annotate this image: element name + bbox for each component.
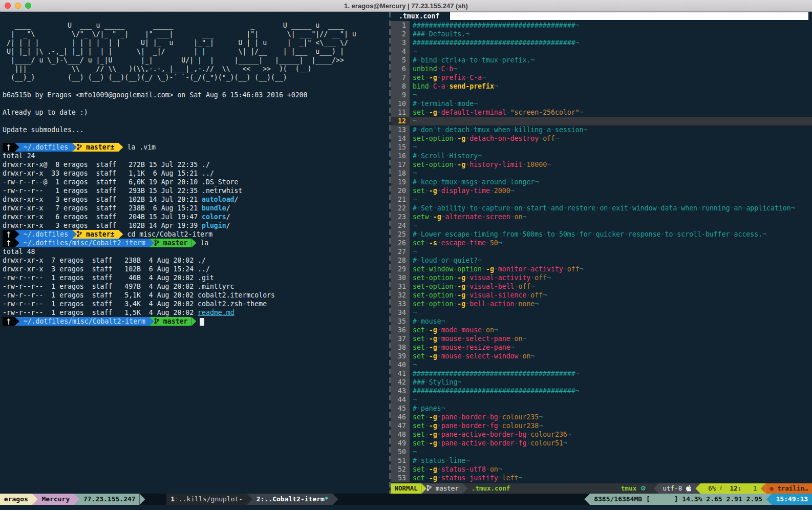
vim-line-12: 12¬ bbox=[391, 117, 812, 125]
space-dot: · bbox=[417, 178, 421, 186]
powerline-arrow bbox=[15, 230, 19, 239]
text-segment: colour236 bbox=[530, 431, 567, 438]
vim-text: ########################################… bbox=[410, 38, 580, 47]
text-segment: ¬ bbox=[482, 74, 486, 81]
text-segment: ¬ bbox=[498, 239, 502, 247]
text-segment: set-option· bbox=[413, 300, 457, 308]
tmuxbar-spacer bbox=[338, 494, 585, 505]
prompt-marker: † bbox=[3, 230, 15, 239]
vim-text: ¬ bbox=[410, 143, 417, 152]
text-segment: mouse-resize-pane bbox=[441, 344, 510, 351]
vim-line-45: 45#·panes¬ bbox=[391, 404, 812, 413]
statusline-percent: 6% bbox=[700, 483, 720, 494]
space-dot: · bbox=[478, 56, 482, 64]
text-segment bbox=[646, 483, 654, 494]
text-segment: mouse-select-pane· bbox=[441, 335, 515, 343]
line-number: 14 bbox=[391, 134, 410, 143]
line-number: 39 bbox=[391, 352, 410, 360]
vim-text: set·-g·pane-active-border-fg·colour51¬ bbox=[410, 439, 567, 448]
vim-line-6: 6unbind·C-b¬ bbox=[391, 65, 812, 73]
vim-pane[interactable]: .tmux.conf 1############################… bbox=[391, 12, 812, 494]
zoom-button[interactable] bbox=[25, 3, 31, 9]
text-segment: none bbox=[519, 300, 535, 308]
space-dot: · bbox=[425, 239, 429, 247]
text-segment: ¬ bbox=[547, 161, 551, 168]
window-1[interactable]: : bbox=[175, 494, 179, 505]
ascii-banner-line: | _"\ \/"_ \/|_ " _| |" ___| ___ |"| \| … bbox=[3, 30, 389, 38]
text-segment: drwxr-xr-x 3 eragos staff 102B 14 Jul 20… bbox=[3, 196, 202, 203]
powerline-arrow bbox=[119, 143, 123, 152]
apple-icon bbox=[686, 483, 692, 494]
vim-line-47: 47set·-g·pane-border-fg·colour238¬ bbox=[391, 421, 812, 430]
space-dot: · bbox=[425, 326, 429, 334]
shell-pane[interactable]: ____ U ___ u _____ _____ _ U _____ u ___… bbox=[0, 12, 389, 494]
space-dot: · bbox=[417, 405, 421, 412]
line-number: 28 bbox=[391, 256, 410, 265]
powerline-arrow bbox=[72, 143, 77, 152]
text-segment: ¬ bbox=[791, 204, 795, 212]
ls-total: total 48 bbox=[3, 247, 389, 256]
vim-text: #·Lower·escape·timing·from·500ms·to·50ms… bbox=[410, 230, 766, 239]
ls-total: total 24 bbox=[3, 152, 389, 160]
text-segment: -g· bbox=[457, 283, 469, 290]
window-1[interactable]: 1 bbox=[166, 494, 175, 505]
ascii-banner-line: |||_ \\ _// \\_ )(\\,-.-,_|___|_,-.// \\… bbox=[3, 65, 389, 73]
vim-line-49: 49set·-g·pane-active-border-fg·colour51¬ bbox=[391, 439, 812, 448]
vim-text: set·-g·display-time·2000¬ bbox=[410, 186, 515, 195]
text-segment: ¬ bbox=[494, 82, 498, 90]
vim-line-18: 18¬ bbox=[391, 169, 812, 178]
prompt-path: ~/.dotfiles bbox=[19, 143, 72, 152]
ls-row: drwxr-xr-x@ 8 eragos staff 272B 15 Jul 2… bbox=[3, 160, 389, 169]
vim-text: #·panes¬ bbox=[410, 404, 445, 413]
space-dot: · bbox=[425, 413, 429, 421]
line-number: 38 bbox=[391, 343, 410, 352]
space-dot: · bbox=[417, 317, 421, 325]
line-number: 26 bbox=[391, 239, 410, 247]
vim-buffer[interactable]: 1#######################################… bbox=[391, 21, 812, 494]
vim-text: set-option·-g·history-limit·10000¬ bbox=[410, 160, 551, 169]
text-segment: set· bbox=[413, 431, 429, 438]
prompt-branch: master bbox=[159, 239, 192, 247]
vim-line-41: 41######################################… bbox=[391, 369, 812, 378]
text-segment: |||_ \\ _// \\_ )(\\,-.-,_|___|_,-.// \\… bbox=[3, 65, 311, 73]
text-segment: default-terminal· bbox=[441, 109, 510, 116]
git-branch-icon bbox=[426, 483, 432, 494]
vim-line-3: 3#######################################… bbox=[391, 38, 812, 47]
powerline-arrow bbox=[15, 239, 19, 247]
ls-row: drwxr-xr-x 33 eragos staff 1,1K 6 Aug 15… bbox=[3, 169, 389, 178]
vim-text: set·-g·mode-mouse·on¬ bbox=[410, 326, 498, 334]
space-dot: · bbox=[628, 204, 632, 212]
space-dot: · bbox=[465, 56, 469, 64]
minimize-button[interactable] bbox=[15, 3, 21, 9]
text-segment: #·don't·detach·tmux·when·killing·a·sessi… bbox=[413, 126, 584, 134]
window-1-name[interactable]: ..kills/gnuplot- bbox=[179, 494, 247, 505]
space-dot: · bbox=[433, 204, 437, 212]
space-dot: · bbox=[486, 239, 490, 247]
space-dot: · bbox=[510, 335, 515, 343]
vim-line-28: 28#·loud·or·quiet?¬ bbox=[391, 256, 812, 265]
line-number: 25 bbox=[391, 230, 410, 239]
text-segment: ######################################## bbox=[413, 22, 575, 29]
prompt-line: † ~/.dotfiles/misc/Cobalt2-iterm master bbox=[3, 317, 389, 326]
window-2-active[interactable]: 2:..Cobalt2-iterm bbox=[252, 494, 325, 505]
space-dot: · bbox=[425, 30, 429, 38]
line-number: 52 bbox=[391, 465, 410, 474]
vim-text: set-option·-g·visual-silence·off¬ bbox=[410, 291, 547, 300]
space-dot: · bbox=[657, 204, 661, 212]
powerline-arrow bbox=[139, 494, 145, 505]
text-segment: ¬ bbox=[413, 196, 417, 203]
text-segment: set· bbox=[413, 422, 429, 430]
text-segment: on bbox=[486, 326, 494, 334]
space-dot: · bbox=[510, 126, 515, 134]
vim-tab[interactable]: .tmux.conf bbox=[391, 12, 448, 21]
close-button[interactable] bbox=[5, 3, 11, 9]
powerline-arrow bbox=[15, 317, 19, 326]
text-segment: status-utf8· bbox=[441, 465, 490, 473]
prompt-marker: † bbox=[3, 317, 15, 326]
vim-line-1: 1#######################################… bbox=[391, 21, 812, 30]
space-dot: · bbox=[482, 265, 486, 273]
space-dot: · bbox=[445, 82, 450, 90]
readme-link[interactable]: readme.md bbox=[198, 309, 234, 316]
vim-text: set·-g·pane-border-bg·colour235¬ bbox=[410, 413, 543, 421]
powerline-arrow bbox=[32, 494, 38, 505]
